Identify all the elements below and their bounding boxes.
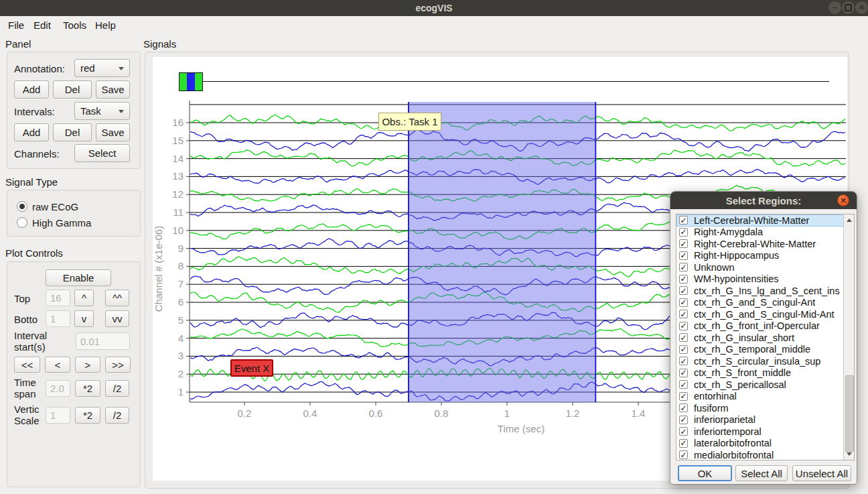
step-back-button[interactable]: < xyxy=(45,357,70,373)
region-item-label: lateralorbitofrontal xyxy=(694,438,772,448)
region-list-item[interactable]: ✓ctx_rh_G_Ins_lg_and_S_cent_ins xyxy=(676,285,854,297)
scroll-up-icon[interactable] xyxy=(847,219,852,222)
region-list-item[interactable]: ✓fusiform xyxy=(676,402,854,414)
region-item-label: inferiorparietal xyxy=(694,414,755,425)
menu-tools[interactable]: Tools xyxy=(60,18,89,32)
time-span-half-button[interactable]: /2 xyxy=(105,380,129,397)
checkbox-checked-icon[interactable]: ✓ xyxy=(679,439,688,448)
region-list-item[interactable]: ✓entorhinal xyxy=(676,391,854,403)
radio-raw-ecog-label[interactable]: raw ECoG xyxy=(32,201,78,212)
annotation-save-button[interactable]: Save xyxy=(96,80,130,99)
checkbox-checked-icon[interactable]: ✓ xyxy=(679,310,688,318)
channel-up-button[interactable]: ^ xyxy=(74,290,94,306)
region-list-item[interactable]: ✓Right-Cerebral-White-Matter xyxy=(676,238,854,250)
menu-bar: File Edit Tools Help xyxy=(0,16,868,34)
region-list-item[interactable]: ✓ctx_rh_S_pericallosal xyxy=(676,379,854,391)
checkbox-checked-icon[interactable]: ✓ xyxy=(679,251,688,260)
checkbox-checked-icon[interactable]: ✓ xyxy=(679,275,688,284)
close-button[interactable]: ✕ xyxy=(855,1,868,14)
checkbox-checked-icon[interactable]: ✓ xyxy=(679,404,688,412)
region-list-item[interactable]: ✓lateralorbitofrontal xyxy=(676,438,854,450)
region-list-item[interactable]: ✓Left-Cerebral-White-Matter xyxy=(676,214,854,227)
region-list-item[interactable]: ✓ctx_rh_S_front_middle xyxy=(676,367,854,379)
region-list-item[interactable]: ✓ctx_rh_G_temporal_middle xyxy=(676,344,854,356)
checkbox-checked-icon[interactable]: ✓ xyxy=(679,392,688,401)
menu-edit[interactable]: Edit xyxy=(31,18,54,32)
checkbox-checked-icon[interactable]: ✓ xyxy=(679,380,688,389)
time-span-input: 2.0 xyxy=(46,380,70,397)
checkbox-checked-icon[interactable]: ✓ xyxy=(679,450,688,459)
channel-down-button[interactable]: v xyxy=(74,310,94,327)
annotation-add-button[interactable]: Add xyxy=(14,80,49,99)
x-axis-title: Time (sec) xyxy=(498,423,545,434)
region-list-item[interactable]: ✓Unknown xyxy=(676,261,854,273)
channels-select-button[interactable]: Select xyxy=(74,144,130,162)
intervals-add-button[interactable]: Add xyxy=(14,123,49,141)
region-item-label: ctx_rh_G_and_S_cingul-Ant xyxy=(694,297,815,308)
close-icon: ✕ xyxy=(840,197,846,204)
checkbox-checked-icon[interactable]: ✓ xyxy=(679,228,688,237)
radio-high-gamma[interactable] xyxy=(17,217,27,228)
checkbox-checked-icon[interactable]: ✓ xyxy=(679,369,688,377)
region-list-item[interactable]: ✓ctx_rh_S_circular_insula_sup xyxy=(676,355,854,367)
radio-high-gamma-label[interactable]: High Gamma xyxy=(32,217,91,229)
checkbox-checked-icon[interactable]: ✓ xyxy=(679,427,688,436)
intervals-del-button[interactable]: Del xyxy=(53,123,92,141)
minimize-button[interactable]: − xyxy=(828,1,841,14)
scroll-down-icon[interactable] xyxy=(847,452,852,456)
checkbox-checked-icon[interactable]: ✓ xyxy=(679,333,688,342)
interval-region[interactable] xyxy=(409,102,595,402)
page-back-button[interactable]: << xyxy=(14,357,40,373)
menu-file[interactable]: File xyxy=(5,18,27,32)
checkbox-checked-icon[interactable]: ✓ xyxy=(679,416,688,424)
page-forward-button[interactable]: >> xyxy=(105,357,131,373)
region-list-item[interactable]: ✓Right-Hippocampus xyxy=(676,250,854,262)
checkbox-checked-icon[interactable]: ✓ xyxy=(679,357,688,365)
signals-section-label: Signals xyxy=(143,38,176,50)
scrollbar-thumb[interactable] xyxy=(845,375,854,452)
checkbox-checked-icon[interactable]: ✓ xyxy=(679,322,688,330)
select-all-button[interactable]: Select All xyxy=(735,465,788,481)
checkbox-checked-icon[interactable]: ✓ xyxy=(679,298,688,307)
region-list-item[interactable]: ✓inferiorparietal xyxy=(676,414,854,426)
maximize-button[interactable] xyxy=(842,1,855,14)
intervals-save-button[interactable]: Save xyxy=(96,123,130,141)
annotation-combo[interactable]: red xyxy=(74,59,130,77)
region-item-label: ctx_rh_S_pericallosal xyxy=(694,379,786,390)
checkbox-checked-icon[interactable]: ✓ xyxy=(679,239,688,248)
region-list-item[interactable]: ✓ctx_rh_G_and_S_cingul-Ant xyxy=(676,297,854,309)
unselect-all-button[interactable]: Unselect All xyxy=(792,465,851,481)
time-span-double-button[interactable]: *2 xyxy=(75,380,100,397)
x-tick-label: 0.8 xyxy=(435,408,449,419)
region-list-item[interactable]: ✓ctx_rh_G_front_inf-Opercular xyxy=(676,320,854,332)
region-list-item[interactable]: ✓ctx_rh_G_and_S_cingul-Mid-Ant xyxy=(676,308,854,320)
dialog-titlebar[interactable]: Select Regions: xyxy=(670,192,857,209)
annotation-del-button[interactable]: Del xyxy=(53,80,92,99)
region-item-label: Right-Cerebral-White-Matter xyxy=(694,239,816,249)
vertical-scale-half-button[interactable]: /2 xyxy=(105,407,129,424)
event-annotation[interactable]: Event X xyxy=(230,359,273,377)
vertical-scale-double-button[interactable]: *2 xyxy=(75,407,100,424)
enable-button[interactable]: Enable xyxy=(46,269,111,286)
region-list-scrollbar[interactable] xyxy=(843,214,854,460)
y-tick-label: 4 xyxy=(178,332,184,344)
region-item-label: ctx_rh_G_insular_short xyxy=(694,332,794,343)
step-forward-button[interactable]: > xyxy=(75,357,100,373)
checkbox-checked-icon[interactable]: ✓ xyxy=(679,345,688,354)
checkbox-checked-icon[interactable]: ✓ xyxy=(679,216,688,225)
channel-up-fast-button[interactable]: ^^ xyxy=(105,290,129,306)
region-list-item[interactable]: ✓medialorbitofrontal xyxy=(676,449,854,460)
region-list-item[interactable]: ✓Right-Amygdala xyxy=(676,227,854,239)
dialog-close-button[interactable]: ✕ xyxy=(837,194,849,206)
radio-raw-ecog[interactable] xyxy=(17,201,27,212)
checkbox-checked-icon[interactable]: ✓ xyxy=(679,263,688,271)
region-list-item[interactable]: ✓WM-hypointensities xyxy=(676,273,854,286)
region-list-item[interactable]: ✓ctx_rh_G_insular_short xyxy=(676,332,854,344)
region-list-item[interactable]: ✓inferiortemporal xyxy=(676,426,854,438)
ok-button[interactable]: OK xyxy=(678,465,732,481)
plot-controls-section-label: Plot Controls xyxy=(5,247,63,259)
menu-help[interactable]: Help xyxy=(92,18,119,32)
checkbox-checked-icon[interactable]: ✓ xyxy=(679,286,688,295)
channel-down-fast-button[interactable]: vv xyxy=(105,310,129,327)
intervals-combo[interactable]: Task xyxy=(74,102,130,120)
